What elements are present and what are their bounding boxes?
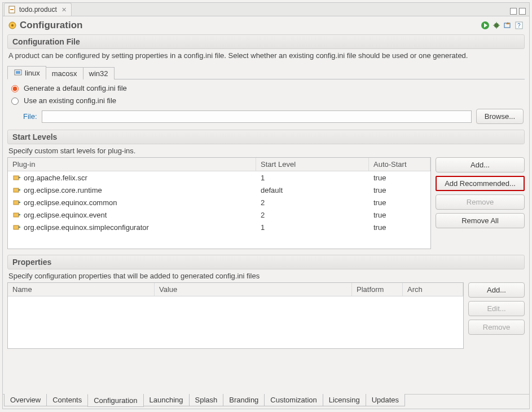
plugin-name: org.eclipse.equinox.event [24,211,107,219]
start-levels-add-button[interactable]: Add... [436,157,525,172]
radio-existing-label: Use an existing config.ini file [24,96,116,105]
help-icon[interactable]: ? [515,21,524,30]
file-input[interactable] [42,110,472,123]
svg-marker-20 [19,201,21,203]
page-tab-splash[interactable]: Splash [189,394,224,406]
os-tabs: linux macosx win32 [7,65,525,79]
auto-start-cell: true [369,196,430,209]
col-value[interactable]: Value [155,283,352,296]
close-tab-icon[interactable]: ✕ [61,6,67,14]
editor-pane: todo.product ✕ Configuration ? [2,2,530,409]
plugin-name: org.apache.felix.scr [24,174,87,182]
start-levels-section: Start Levels Specify custom start levels… [7,130,525,249]
minimize-view-icon[interactable] [510,8,517,15]
svg-marker-16 [19,176,21,179]
svg-rect-23 [14,225,19,229]
plugin-name: org.eclipse.equinox.common [24,198,117,207]
auto-start-cell: true [369,221,430,234]
os-tab-label: win32 [89,69,108,78]
configuration-file-description: A product can be configured by setting p… [7,49,525,62]
properties-title: Properties [7,255,525,269]
plugin-icon [12,185,21,194]
debug-icon[interactable] [492,21,501,30]
svg-point-3 [11,24,14,26]
page-tab-licensing[interactable]: Licensing [323,394,366,406]
properties-add-button[interactable]: Add... [468,282,525,298]
os-icon [14,68,23,77]
configuration-page-icon [7,21,16,30]
table-header: Name Value Platform Arch [8,283,463,296]
svg-rect-1 [10,9,14,10]
page-tab-contents[interactable]: Contents [46,394,88,406]
svg-rect-15 [14,176,19,180]
os-tab-macosx[interactable]: macosx [46,67,83,79]
svg-text:?: ? [517,23,521,29]
properties-section: Properties Specify configuration propert… [7,255,525,349]
page-tab-overview[interactable]: Overview [4,394,47,406]
svg-rect-17 [14,188,19,192]
col-auto-start[interactable]: Auto-Start [369,158,430,171]
svg-marker-22 [19,214,21,216]
table-row[interactable]: org.apache.felix.scr1true [8,171,430,184]
properties-table[interactable]: Name Value Platform Arch [7,282,464,349]
plugin-name: org.eclipse.equinox.simpleconfigurator [24,223,149,232]
start-levels-add-recommended-button[interactable]: Add Recommended... [436,176,525,191]
maximize-view-icon[interactable] [519,8,526,15]
page-tab-launching[interactable]: Launching [143,394,190,406]
svg-rect-14 [16,71,20,74]
page-tab-configuration[interactable]: Configuration [87,394,143,407]
export-icon[interactable] [503,21,512,30]
svg-rect-19 [14,201,19,205]
page-tab-customization[interactable]: Customization [264,394,323,406]
os-tab-linux[interactable]: linux [7,66,46,79]
col-start-level[interactable]: Start Level [256,158,369,171]
col-name[interactable]: Name [8,283,155,296]
configuration-file-section: Configuration File A product can be conf… [7,34,525,124]
editor-tabbar: todo.product ✕ [3,3,529,16]
editor-tab[interactable]: todo.product ✕ [4,3,72,16]
properties-remove-button[interactable]: Remove [468,320,525,335]
col-arch[interactable]: Arch [403,283,463,296]
radio-generate[interactable] [11,85,19,92]
start-levels-remove-all-button[interactable]: Remove All [436,213,525,228]
start-level-cell: 1 [256,221,369,234]
table-row[interactable]: org.eclipse.core.runtimedefaulttrue [8,184,430,196]
table-row[interactable]: org.eclipse.equinox.event2true [8,209,430,221]
svg-rect-21 [14,213,19,217]
file-label: File: [23,112,37,121]
table-row[interactable]: org.eclipse.equinox.simpleconfigurator1t… [8,221,430,233]
auto-start-cell: true [369,171,430,184]
run-icon[interactable] [481,21,490,30]
start-levels-remove-button[interactable]: Remove [436,194,525,210]
plugin-icon [12,198,21,207]
properties-edit-button[interactable]: Edit... [468,301,525,316]
form-header: Configuration ? [3,16,529,34]
start-level-cell: 2 [256,196,369,209]
browse-button[interactable]: Browse... [476,109,524,124]
page-tab-updates[interactable]: Updates [366,394,405,406]
page-title: Configuration [20,20,82,31]
start-levels-title: Start Levels [7,130,525,144]
radio-existing[interactable] [11,98,19,105]
start-level-cell: 2 [256,209,369,221]
editor-page-tabs: OverviewContentsConfigurationLaunchingSp… [3,394,529,409]
table-row[interactable]: org.eclipse.equinox.common2true [8,196,430,209]
table-header: Plug-in Start Level Auto-Start [8,158,430,171]
plugin-name: org.eclipse.core.runtime [24,186,102,194]
editor-tab-label: todo.product [19,6,57,14]
start-levels-description: Specify custom start levels for plug-ins… [7,144,525,157]
os-tab-label: linux [25,69,40,77]
radio-generate-label: Generate a default config.ini file [24,84,127,92]
auto-start-cell: true [369,184,430,197]
plugin-icon [12,173,21,182]
col-platform[interactable]: Platform [352,283,403,296]
start-levels-table[interactable]: Plug-in Start Level Auto-Start org.apach… [7,157,431,249]
svg-marker-24 [19,226,21,228]
svg-marker-18 [19,189,21,191]
plugin-icon [12,223,21,232]
col-plugin[interactable]: Plug-in [8,158,256,171]
os-tab-label: macosx [52,69,77,78]
page-tab-branding[interactable]: Branding [223,394,265,406]
configuration-file-title: Configuration File [7,34,525,49]
os-tab-win32[interactable]: win32 [83,67,115,79]
